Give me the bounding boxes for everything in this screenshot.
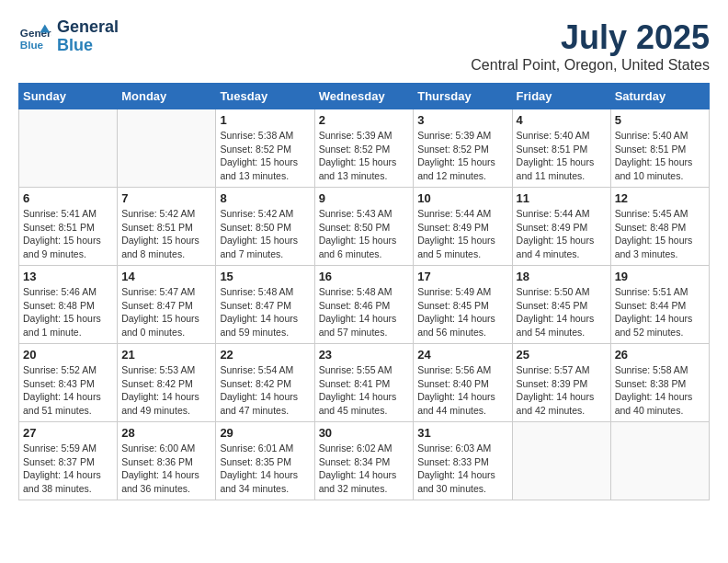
day-info: Sunrise: 5:51 AMSunset: 8:44 PMDaylight:… — [615, 285, 705, 339]
day-number: 3 — [417, 113, 507, 127]
day-number: 23 — [319, 348, 410, 362]
day-info: Sunrise: 6:02 AMSunset: 8:34 PMDaylight:… — [319, 442, 410, 496]
day-info: Sunrise: 5:44 AMSunset: 8:49 PMDaylight:… — [517, 207, 607, 261]
calendar-cell: 31Sunrise: 6:03 AMSunset: 8:33 PMDayligh… — [414, 422, 512, 500]
calendar-table: SundayMondayTuesdayWednesdayThursdayFrid… — [18, 83, 710, 500]
calendar-cell: 20Sunrise: 5:52 AMSunset: 8:43 PMDayligh… — [19, 344, 118, 422]
day-info: Sunrise: 5:56 AMSunset: 8:40 PMDaylight:… — [417, 363, 507, 418]
title-area: July 2025 Central Point, Oregon, United … — [471, 18, 710, 74]
day-number: 7 — [121, 191, 211, 205]
header-tuesday: Tuesday — [216, 84, 314, 109]
calendar-cell: 28Sunrise: 6:00 AMSunset: 8:36 PMDayligh… — [118, 422, 216, 500]
day-info: Sunrise: 5:52 AMSunset: 8:43 PMDaylight:… — [23, 363, 113, 418]
page-header: General Blue General Blue July 2025 Cent… — [18, 18, 710, 74]
day-number: 27 — [23, 426, 113, 440]
calendar-cell: 9Sunrise: 5:43 AMSunset: 8:50 PMDaylight… — [314, 188, 414, 266]
day-number: 20 — [23, 348, 113, 362]
header-friday: Friday — [512, 84, 610, 109]
calendar-cell: 6Sunrise: 5:41 AMSunset: 8:51 PMDaylight… — [19, 188, 118, 266]
day-number: 12 — [615, 191, 705, 205]
day-number: 19 — [615, 270, 705, 283]
calendar-cell: 24Sunrise: 5:56 AMSunset: 8:40 PMDayligh… — [414, 344, 512, 422]
month-year-title: July 2025 — [471, 18, 710, 57]
calendar-cell: 17Sunrise: 5:49 AMSunset: 8:45 PMDayligh… — [414, 266, 512, 344]
calendar-cell: 13Sunrise: 5:46 AMSunset: 8:48 PMDayligh… — [19, 266, 118, 344]
day-number: 13 — [23, 270, 113, 283]
day-info: Sunrise: 5:57 AMSunset: 8:39 PMDaylight:… — [517, 363, 607, 418]
calendar-week-row: 6Sunrise: 5:41 AMSunset: 8:51 PMDaylight… — [19, 188, 710, 266]
calendar-cell: 14Sunrise: 5:47 AMSunset: 8:47 PMDayligh… — [118, 266, 216, 344]
day-info: Sunrise: 5:41 AMSunset: 8:51 PMDaylight:… — [23, 207, 113, 261]
day-number: 10 — [417, 191, 507, 205]
calendar-cell — [118, 109, 216, 188]
logo-icon: General Blue — [18, 20, 51, 53]
day-number: 14 — [121, 270, 211, 283]
calendar-cell: 22Sunrise: 5:54 AMSunset: 8:42 PMDayligh… — [216, 344, 314, 422]
day-number: 9 — [319, 191, 410, 205]
day-number: 21 — [121, 348, 211, 362]
calendar-week-row: 27Sunrise: 5:59 AMSunset: 8:37 PMDayligh… — [19, 422, 710, 500]
calendar-cell: 29Sunrise: 6:01 AMSunset: 8:35 PMDayligh… — [216, 422, 314, 500]
day-info: Sunrise: 5:42 AMSunset: 8:51 PMDaylight:… — [121, 207, 211, 261]
calendar-cell: 19Sunrise: 5:51 AMSunset: 8:44 PMDayligh… — [610, 266, 709, 344]
calendar-cell: 30Sunrise: 6:02 AMSunset: 8:34 PMDayligh… — [314, 422, 414, 500]
calendar-cell: 25Sunrise: 5:57 AMSunset: 8:39 PMDayligh… — [512, 344, 610, 422]
logo-blue: Blue — [57, 37, 119, 55]
day-info: Sunrise: 5:44 AMSunset: 8:49 PMDaylight:… — [417, 207, 507, 261]
calendar-cell: 4Sunrise: 5:40 AMSunset: 8:51 PMDaylight… — [512, 109, 610, 188]
day-info: Sunrise: 5:46 AMSunset: 8:48 PMDaylight:… — [23, 285, 113, 339]
day-info: Sunrise: 5:47 AMSunset: 8:47 PMDaylight:… — [121, 285, 211, 339]
day-number: 6 — [23, 191, 113, 205]
calendar-cell — [610, 422, 709, 500]
day-info: Sunrise: 5:50 AMSunset: 8:45 PMDaylight:… — [517, 285, 607, 339]
day-number: 25 — [517, 348, 607, 362]
day-number: 26 — [615, 348, 705, 362]
day-number: 5 — [615, 113, 705, 127]
header-wednesday: Wednesday — [314, 84, 414, 109]
calendar-week-row: 1Sunrise: 5:38 AMSunset: 8:52 PMDaylight… — [19, 109, 710, 188]
calendar-cell: 16Sunrise: 5:48 AMSunset: 8:46 PMDayligh… — [314, 266, 414, 344]
day-info: Sunrise: 5:49 AMSunset: 8:45 PMDaylight:… — [417, 285, 507, 339]
calendar-cell: 27Sunrise: 5:59 AMSunset: 8:37 PMDayligh… — [19, 422, 118, 500]
day-info: Sunrise: 5:58 AMSunset: 8:38 PMDaylight:… — [615, 363, 705, 418]
calendar-cell: 8Sunrise: 5:42 AMSunset: 8:50 PMDaylight… — [216, 188, 314, 266]
day-info: Sunrise: 5:39 AMSunset: 8:52 PMDaylight:… — [319, 129, 410, 183]
calendar-cell: 10Sunrise: 5:44 AMSunset: 8:49 PMDayligh… — [414, 188, 512, 266]
day-number: 2 — [319, 113, 410, 127]
location-subtitle: Central Point, Oregon, United States — [471, 57, 710, 74]
svg-text:Blue: Blue — [20, 38, 44, 50]
calendar-cell: 26Sunrise: 5:58 AMSunset: 8:38 PMDayligh… — [610, 344, 709, 422]
day-info: Sunrise: 5:59 AMSunset: 8:37 PMDaylight:… — [23, 442, 113, 496]
calendar-cell: 23Sunrise: 5:55 AMSunset: 8:41 PMDayligh… — [314, 344, 414, 422]
day-info: Sunrise: 6:00 AMSunset: 8:36 PMDaylight:… — [121, 442, 211, 496]
day-info: Sunrise: 5:55 AMSunset: 8:41 PMDaylight:… — [319, 363, 410, 418]
calendar-header-row: SundayMondayTuesdayWednesdayThursdayFrid… — [19, 84, 710, 109]
day-number: 31 — [417, 426, 507, 440]
day-info: Sunrise: 5:48 AMSunset: 8:47 PMDaylight:… — [220, 285, 310, 339]
day-number: 1 — [220, 113, 310, 127]
calendar-cell: 3Sunrise: 5:39 AMSunset: 8:52 PMDaylight… — [414, 109, 512, 188]
header-sunday: Sunday — [19, 84, 118, 109]
calendar-cell: 1Sunrise: 5:38 AMSunset: 8:52 PMDaylight… — [216, 109, 314, 188]
day-info: Sunrise: 6:03 AMSunset: 8:33 PMDaylight:… — [417, 442, 507, 496]
day-info: Sunrise: 5:40 AMSunset: 8:51 PMDaylight:… — [615, 129, 705, 183]
day-info: Sunrise: 6:01 AMSunset: 8:35 PMDaylight:… — [220, 442, 310, 496]
day-info: Sunrise: 5:43 AMSunset: 8:50 PMDaylight:… — [319, 207, 410, 261]
day-number: 22 — [220, 348, 310, 362]
header-monday: Monday — [118, 84, 216, 109]
day-number: 24 — [417, 348, 507, 362]
day-number: 28 — [121, 426, 211, 440]
day-info: Sunrise: 5:48 AMSunset: 8:46 PMDaylight:… — [319, 285, 410, 339]
day-number: 4 — [517, 113, 607, 127]
calendar-cell: 2Sunrise: 5:39 AMSunset: 8:52 PMDaylight… — [314, 109, 414, 188]
day-number: 15 — [220, 270, 310, 283]
day-number: 16 — [319, 270, 410, 283]
calendar-cell — [19, 109, 118, 188]
calendar-cell — [512, 422, 610, 500]
calendar-cell: 21Sunrise: 5:53 AMSunset: 8:42 PMDayligh… — [118, 344, 216, 422]
calendar-cell: 12Sunrise: 5:45 AMSunset: 8:48 PMDayligh… — [610, 188, 709, 266]
day-info: Sunrise: 5:42 AMSunset: 8:50 PMDaylight:… — [220, 207, 310, 261]
day-number: 18 — [517, 270, 607, 283]
header-saturday: Saturday — [610, 84, 709, 109]
header-thursday: Thursday — [414, 84, 512, 109]
